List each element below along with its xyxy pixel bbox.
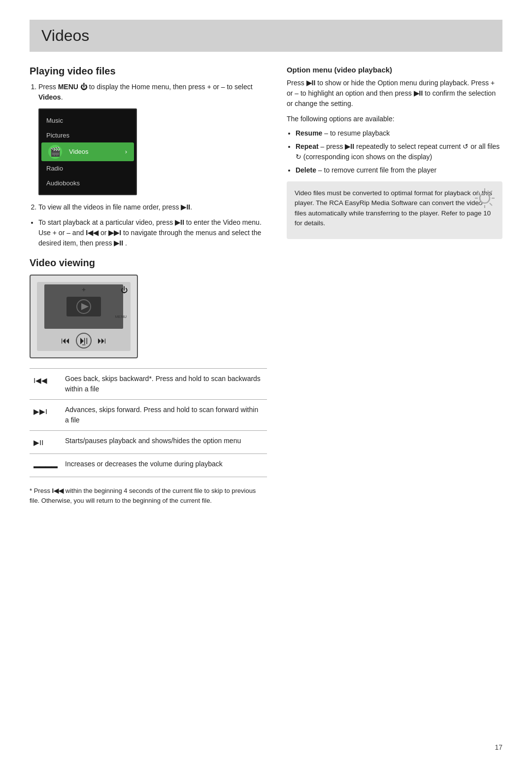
step-2: To view all the videos in file name orde…	[38, 202, 267, 212]
rew-symbol: I◀◀	[33, 376, 47, 384]
minus-label: –	[82, 341, 85, 348]
play-repeat-icon: ▶II	[345, 142, 354, 150]
play-confirm-icon: ▶II	[414, 89, 423, 97]
option-repeat: Repeat – press ▶II repeatedly to select …	[296, 141, 502, 162]
bullets-list: To start playback at a particular video,…	[30, 217, 267, 248]
plus-label: +	[82, 286, 86, 293]
menu-keyword: MENU ⏻	[58, 83, 87, 91]
volume-symbol: ▬▬▬▬	[33, 461, 57, 471]
video-viewing-heading: Video viewing	[30, 257, 267, 269]
play-desc: Starts/pauses playback and shows/hides t…	[61, 431, 267, 454]
resume-label: Resume	[296, 129, 322, 137]
vol-desc: Increases or decreases the volume during…	[61, 454, 267, 477]
audiobooks-label: Audiobooks	[46, 178, 80, 188]
left-column: Playing video files Press MENU ⏻ to disp…	[30, 66, 267, 510]
page-number: 17	[495, 743, 502, 751]
screen-graphic	[64, 294, 103, 319]
option-menu-intro: Press ▶II to show or hide the Option men…	[287, 78, 502, 109]
page-title: Videos	[41, 27, 491, 45]
option-menu-heading: Option menu (video playback)	[287, 66, 502, 74]
control-row-rew: I◀◀ Goes back, skips backward*. Press an…	[30, 369, 267, 400]
note-text: Video files must be converted to optimal…	[295, 188, 495, 228]
play-icon-bullet2: ▶II	[114, 239, 123, 247]
page-container: Videos Playing video files Press MENU ⏻ …	[0, 0, 532, 539]
radio-label: Radio	[46, 164, 63, 174]
ff-desc: Advances, skips forward. Press and hold …	[61, 400, 267, 431]
svg-line-9	[490, 203, 492, 206]
playing-files-heading: Playing video files	[30, 66, 267, 77]
play-symbol: ▶II	[33, 438, 43, 447]
option-resume: Resume – to resume playback	[296, 128, 502, 139]
rew-icon: I◀◀	[86, 229, 99, 237]
step-2-list: To view all the videos in file name orde…	[30, 202, 267, 212]
svg-line-11	[477, 203, 480, 206]
control-row-ff: ▶▶I Advances, skips forward. Press and h…	[30, 400, 267, 431]
play-icon-cell: ▶II	[30, 431, 61, 454]
title-bar: Videos	[30, 20, 502, 52]
ff-icon: ▶▶I	[108, 229, 121, 237]
rew-icon-cell: I◀◀	[30, 369, 61, 400]
menu-screenshot: Music Pictures 🎬 Videos › Radio	[38, 108, 137, 195]
menu-audiobooks: Audiobooks	[39, 176, 136, 191]
repeat-label: Repeat	[296, 142, 319, 150]
repeat-all-icon: ↻	[296, 153, 301, 161]
rew-btn: ⏮	[61, 336, 70, 346]
arrow-icon: ›	[125, 147, 127, 157]
ff-symbol: ▶▶I	[33, 407, 47, 416]
rew-footnote-icon: I◀◀	[52, 487, 64, 494]
play-icon-inline: ▶II	[181, 203, 190, 211]
music-label: Music	[46, 116, 63, 126]
device-image: + ⏮ ⏯ ⏭ – MENU ⏻	[30, 275, 138, 358]
svg-line-10	[490, 191, 492, 193]
footnote: * Press I◀◀ within the beginning 4 secon…	[30, 486, 267, 506]
videos-label: Videos	[69, 147, 89, 157]
bullet-1: To start playback at a particular video,…	[38, 217, 267, 248]
steps-list: Press MENU ⏻ to display the Home menu, t…	[30, 82, 267, 195]
videos-keyword: Videos	[38, 93, 61, 101]
repeat-current-icon: ↺	[463, 142, 468, 150]
ff-icon-cell: ▶▶I	[30, 400, 61, 431]
sun-icon	[473, 186, 497, 216]
menu-videos: 🎬 Videos ›	[41, 142, 134, 161]
control-row-vol: ▬▬▬▬ Increases or decreases the volume d…	[30, 454, 267, 477]
rew-desc: Goes back, skips backward*. Press and ho…	[61, 369, 267, 400]
delete-label: Delete	[296, 166, 316, 174]
play-icon-bullet: ▶II	[175, 218, 184, 226]
play-option-icon: ▶II	[306, 79, 316, 87]
right-column: Option menu (video playback) Press ▶II t…	[287, 66, 502, 510]
ff-btn: ⏭	[98, 336, 106, 346]
menu-pictures: Pictures	[39, 128, 136, 143]
vol-icon-cell: ▬▬▬▬	[30, 454, 61, 477]
two-column-layout: Playing video files Press MENU ⏻ to disp…	[30, 66, 502, 510]
device-body: + ⏮ ⏯ ⏭ – MENU ⏻	[37, 282, 131, 351]
note-box: Video files must be converted to optimal…	[287, 181, 502, 239]
option-delete: Delete – to remove current file from the…	[296, 165, 502, 175]
controls-table: I◀◀ Goes back, skips backward*. Press an…	[30, 368, 267, 477]
options-list: Resume – to resume playback Repeat – pre…	[287, 128, 502, 175]
power-btn: ⏻	[121, 286, 128, 294]
svg-line-8	[477, 191, 480, 193]
menu-radio: Radio	[39, 161, 136, 176]
pictures-label: Pictures	[46, 131, 69, 140]
available-options-label: The following options are available:	[287, 114, 502, 124]
videos-icon: 🎬	[48, 145, 62, 159]
step-1: Press MENU ⏻ to display the Home menu, t…	[38, 82, 267, 195]
menu-label-device: MENU	[115, 314, 127, 319]
svg-point-3	[480, 193, 490, 203]
control-row-play: ▶II Starts/pauses playback and shows/hid…	[30, 431, 267, 454]
menu-music: Music	[39, 113, 136, 128]
